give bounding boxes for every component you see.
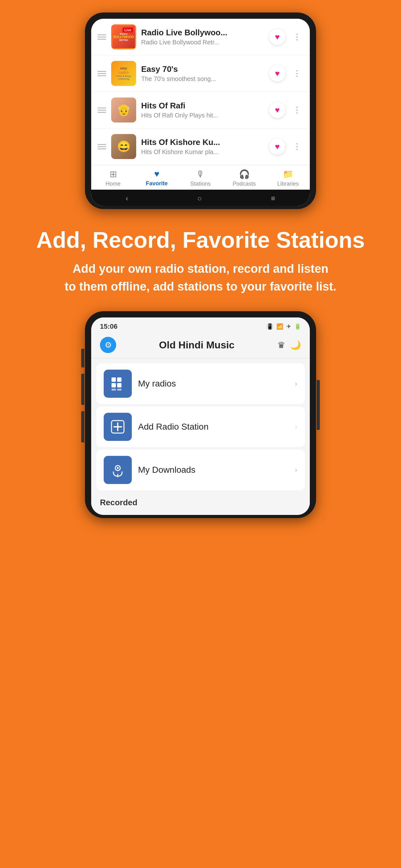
phone-screen-2: 15:06 📳 📶 ✈ 🔋 ⚙ Old Hindi Music ♛ 🌙 [91,317,310,515]
nav-label-home: Home [106,181,121,187]
my-downloads-icon-box [104,456,132,484]
list-item: Radio BOLLYWOOD RETRO Live Radio Live Bo… [91,19,310,55]
station-thumbnail: easy radio Free & Easy Listening [111,61,136,86]
station-desc: Hits Of Rafi Only Plays hit... [141,112,264,119]
station-actions: ♥ ⋮ [269,138,304,155]
menu-list: My radios › Add Radio Station › [91,359,310,515]
bottom-nav: ⊞ Home ♥ Favorite 🎙 Stations 🎧 Podcasts … [91,165,310,190]
station-desc: The 70's smoothest song... [141,75,264,83]
android-nav: ‹ ○ ≡ [91,190,310,206]
crown-button[interactable]: ♛ [277,340,285,350]
app-header: ⚙ Old Hindi Music ♛ 🌙 [91,333,310,359]
svg-rect-0 [111,377,116,382]
heart-icon: ♥ [275,142,279,152]
gear-icon: ⚙ [105,340,112,350]
station-name: Easy 70's [141,64,264,74]
nav-item-home[interactable]: ⊞ Home [91,169,135,187]
add-icon [110,419,125,434]
nav-item-favorite[interactable]: ♥ Favorite [135,169,179,187]
chevron-right-icon: › [295,466,297,474]
my-radios-label: My radios [138,379,289,389]
heart-icon: ♥ [275,69,279,79]
podcast-icon [110,462,125,477]
phone-screen-1: Radio BOLLYWOOD RETRO Live Radio Live Bo… [91,19,310,206]
podcasts-icon: 🎧 [239,169,250,179]
favorite-button[interactable]: ♥ [269,138,286,155]
drag-handle[interactable] [97,71,106,76]
list-item: 😄 Hits Of Kishore Ku... Hits Of Kishore … [91,128,310,165]
back-button[interactable]: ‹ [126,194,128,203]
station-actions: ♥ ⋮ [269,102,304,118]
favorite-icon: ♥ [154,169,160,179]
chevron-right-icon: › [295,423,297,431]
svg-rect-2 [111,383,116,388]
favorite-button[interactable]: ♥ [269,29,286,45]
live-badge: Live [123,28,133,32]
menu-item-my-radios[interactable]: My radios › [96,363,305,404]
dark-mode-button[interactable]: 🌙 [290,340,301,350]
svg-rect-4 [111,389,116,391]
svg-rect-3 [117,383,122,388]
drag-handle[interactable] [97,34,106,40]
station-thumbnail: 👴 [111,97,136,122]
more-button[interactable]: ⋮ [291,31,304,43]
svg-point-10 [117,467,119,469]
heart-icon: ♥ [275,32,279,42]
airplane-icon: ✈ [287,323,291,330]
grid-icon [110,376,125,391]
add-radio-label: Add Radio Station [138,422,289,432]
svg-rect-1 [117,377,122,382]
nav-item-libraries[interactable]: 📁 Libraries [266,169,310,187]
station-name: Hits Of Kishore Ku... [141,137,264,147]
settings-icon[interactable]: ⚙ [100,337,116,353]
station-actions: ♥ ⋮ [269,65,304,82]
promo-title: Add, Record, Favorite Stations [36,228,365,252]
recents-button[interactable]: ≡ [271,194,275,203]
favorite-button[interactable]: ♥ [269,102,286,118]
drag-handle[interactable] [97,107,106,113]
favorite-button[interactable]: ♥ [269,65,286,82]
libraries-icon: 📁 [282,169,294,179]
nav-label-podcasts: Podcasts [233,181,256,187]
nav-label-libraries: Libraries [277,181,299,187]
my-downloads-label: My Downloads [138,465,289,475]
list-item: easy radio Free & Easy Listening Easy 70… [91,55,310,92]
station-info: Easy 70's The 70's smoothest song... [141,64,264,83]
chevron-right-icon: › [295,379,297,388]
station-thumbnail: 😄 [111,134,136,159]
header-actions: ♛ 🌙 [277,340,301,350]
status-bar: 15:06 📳 📶 ✈ 🔋 [91,317,310,333]
station-thumbnail: Radio BOLLYWOOD RETRO Live [111,24,136,50]
home-icon: ⊞ [110,169,117,179]
stations-icon: 🎙 [196,169,205,179]
more-button[interactable]: ⋮ [291,67,304,80]
vibrate-icon: 📳 [266,323,273,330]
recorded-label: Recorded [91,493,310,513]
drag-handle[interactable] [97,144,106,149]
nav-label-favorite: Favorite [146,180,168,187]
more-button[interactable]: ⋮ [291,141,304,153]
promo-subtitle: Add your own radio station, record and l… [36,260,365,296]
nav-item-podcasts[interactable]: 🎧 Podcasts [222,169,266,187]
station-name: Radio Live Bollywoo... [141,28,264,37]
heart-icon: ♥ [275,105,279,115]
nav-item-stations[interactable]: 🎙 Stations [179,169,222,187]
station-info: Hits Of Rafi Hits Of Rafi Only Plays hit… [141,101,264,119]
station-info: Hits Of Kishore Ku... Hits Of Kishore Ku… [141,137,264,156]
station-desc: Radio Live Bollywood Retr... [141,39,264,46]
station-actions: ♥ ⋮ [269,29,304,45]
nav-label-stations: Stations [190,181,210,187]
list-item: 👴 Hits Of Rafi Hits Of Rafi Only Plays h… [91,92,310,128]
middle-section: Add, Record, Favorite Stations Add your … [11,209,390,311]
battery-icon: 🔋 [294,323,301,330]
phone-1: Radio BOLLYWOOD RETRO Live Radio Live Bo… [85,12,316,209]
svg-rect-5 [117,389,122,391]
wifi-icon: 📶 [276,323,283,330]
home-button[interactable]: ○ [197,194,202,203]
station-list: Radio BOLLYWOOD RETRO Live Radio Live Bo… [91,19,310,165]
menu-item-add-radio[interactable]: Add Radio Station › [96,406,305,447]
station-desc: Hits Of Kishore Kumar pla... [141,148,264,156]
more-button[interactable]: ⋮ [291,104,304,116]
phone-2: 15:06 📳 📶 ✈ 🔋 ⚙ Old Hindi Music ♛ 🌙 [85,311,316,518]
menu-item-my-downloads[interactable]: My Downloads › [96,450,305,490]
